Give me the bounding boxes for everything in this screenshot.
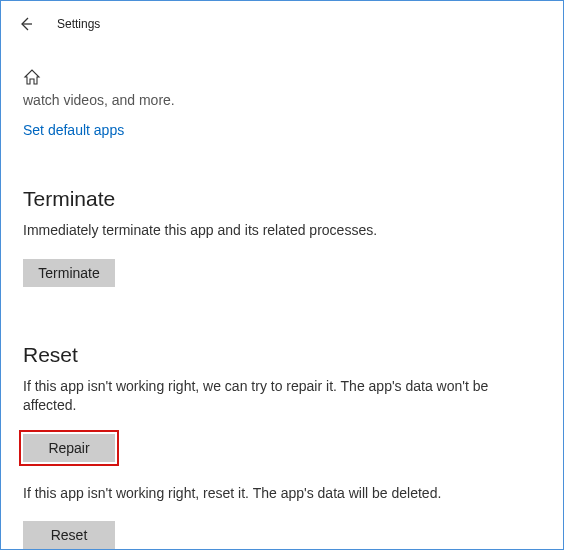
cutoff-text: watch videos, and more. (23, 92, 541, 108)
terminate-title: Terminate (23, 187, 541, 211)
repair-button[interactable]: Repair (23, 434, 115, 462)
home-icon (23, 68, 41, 86)
header-bar: Settings (1, 1, 563, 44)
header-title: Settings (57, 17, 100, 31)
terminate-button[interactable]: Terminate (23, 259, 115, 287)
home-button[interactable] (23, 68, 41, 86)
reset-section: Reset If this app isn't working right, w… (23, 343, 541, 550)
content-area: watch videos, and more. Set default apps… (1, 92, 563, 549)
terminate-section: Terminate Immediately terminate this app… (23, 187, 541, 287)
reset-button[interactable]: Reset (23, 521, 115, 549)
reset-desc-reset: If this app isn't working right, reset i… (23, 484, 541, 504)
terminate-desc: Immediately terminate this app and its r… (23, 221, 541, 241)
home-row (1, 68, 563, 86)
reset-title: Reset (23, 343, 541, 367)
back-arrow-icon (17, 16, 33, 32)
back-button[interactable] (15, 14, 35, 34)
reset-desc-repair: If this app isn't working right, we can … (23, 377, 541, 416)
set-default-apps-link[interactable]: Set default apps (23, 122, 124, 138)
